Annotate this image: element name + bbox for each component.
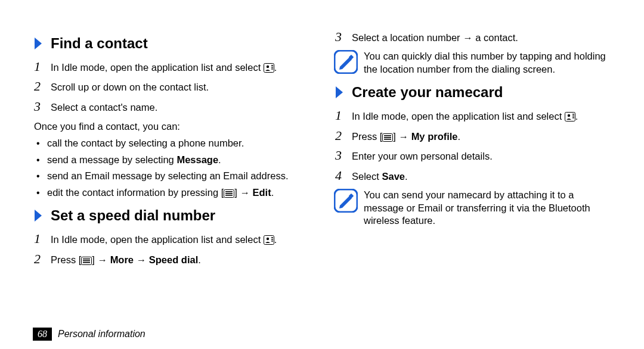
step-number: 1	[34, 232, 51, 245]
step-2r: 2 Press [] → My profile.	[334, 129, 611, 143]
bold-text: Save	[382, 171, 405, 182]
heading-text: Create your namecard	[352, 84, 503, 101]
bullet: • call the contact by selecting a phone …	[33, 137, 310, 149]
step-3rr: 3 Enter your own personal details.	[334, 149, 611, 163]
svg-rect-26	[384, 135, 391, 136]
bullet: • send a message by selecting Message.	[33, 154, 310, 166]
text-run: send a message by selecting	[47, 154, 177, 165]
text-run: .	[198, 254, 201, 265]
text-run: Select	[352, 171, 382, 182]
step-number: 4	[335, 169, 352, 182]
svg-rect-12	[271, 239, 273, 240]
chevron-icon	[334, 85, 347, 99]
paragraph: Once you find a contact, you can:	[34, 121, 310, 132]
bold-text: Message	[177, 154, 218, 165]
contacts-icon	[565, 112, 575, 121]
page-footer: 68 Personal information	[33, 328, 145, 341]
heading-speed-dial: Set a speed dial number	[33, 207, 310, 224]
text-run: In Idle mode, open the application list …	[51, 62, 264, 73]
svg-rect-16	[83, 260, 90, 261]
step-text: Select a location number → a contact.	[352, 32, 518, 44]
text-run: In Idle mode, open the application list …	[352, 111, 565, 121]
svg-rect-15	[83, 258, 90, 260]
page-body: Find a contact 1 In Idle mode, open the …	[0, 0, 644, 272]
text-run: .	[218, 154, 221, 165]
heading-text: Set a speed dial number	[51, 207, 215, 224]
step-4r: 4 Select Save.	[334, 169, 611, 183]
menu-icon	[81, 255, 92, 265]
step-text: Press [] → More → Speed dial.	[51, 254, 201, 266]
note-icon	[334, 189, 358, 213]
menu-icon	[224, 188, 234, 198]
svg-rect-11	[271, 237, 273, 238]
bullet-text: edit the contact information by pressing…	[47, 186, 274, 199]
heading-text: Find a contact	[51, 35, 148, 52]
heading-namecard: Create your namecard	[334, 84, 611, 101]
text-run: Press [	[51, 254, 81, 265]
bullet-text: send an Email message by selecting an Em…	[47, 170, 288, 182]
svg-rect-17	[83, 262, 90, 263]
svg-rect-3	[271, 67, 273, 68]
svg-rect-20	[565, 113, 575, 121]
step-number: 3	[335, 149, 352, 162]
note-box: You can quickly dial this number by tapp…	[334, 50, 611, 76]
step-number: 3	[34, 100, 51, 113]
bullet-dot: •	[36, 155, 47, 166]
step-text: In Idle mode, open the application list …	[352, 110, 578, 123]
svg-point-10	[267, 238, 269, 240]
step-1r: 1 In Idle mode, open the application lis…	[334, 109, 611, 123]
text-run: edit the contact information by pressing…	[47, 187, 224, 198]
menu-icon	[382, 132, 393, 142]
step-text: In Idle mode, open the application list …	[51, 61, 277, 74]
step-3: 3 Select a contact's name.	[33, 100, 310, 114]
svg-rect-4	[271, 68, 273, 70]
step-text: Select Save.	[352, 170, 408, 183]
right-column: 3 Select a location number → a contact. …	[334, 27, 611, 272]
text-run: ] →	[234, 187, 252, 198]
page-number: 68	[33, 328, 52, 341]
step-number: 2	[34, 80, 51, 93]
bold-text: Speed dial	[149, 254, 199, 265]
step-text: Press [] → My profile.	[352, 130, 460, 143]
svg-rect-23	[572, 116, 574, 117]
step-text: Enter your own personal details.	[352, 150, 493, 163]
svg-rect-28	[384, 139, 391, 140]
text-run: →	[134, 254, 149, 265]
step-3r: 3 Select a location number → a contact.	[334, 30, 611, 44]
step-2b: 2 Press [] → More → Speed dial.	[33, 253, 310, 266]
svg-rect-8	[225, 195, 233, 196]
bold-text: My profile	[411, 131, 458, 142]
svg-rect-7	[225, 193, 233, 194]
step-number: 3	[335, 30, 352, 43]
svg-rect-13	[271, 241, 273, 242]
text-run: Press [	[352, 131, 382, 142]
svg-rect-6	[225, 191, 233, 192]
bullet-dot: •	[36, 171, 47, 182]
note-box: You can send your namecard by attaching …	[334, 189, 611, 227]
heading-find-contact: Find a contact	[33, 35, 310, 52]
text-run: .	[405, 171, 408, 182]
chevron-icon	[33, 36, 46, 51]
svg-rect-24	[572, 117, 574, 119]
step-text: Scroll up or down on the contact list.	[51, 81, 209, 94]
contacts-icon	[264, 63, 274, 73]
bullet-text: call the contact by selecting a phone nu…	[47, 137, 244, 149]
step-number: 1	[34, 60, 51, 73]
bullet-text: send a message by selecting Message.	[47, 154, 221, 166]
step-number: 1	[335, 109, 352, 122]
section-title: Personal information	[58, 329, 145, 339]
bold-text: More	[110, 254, 134, 265]
left-column: Find a contact 1 In Idle mode, open the …	[33, 27, 310, 272]
text-run: .	[458, 131, 461, 142]
note-icon	[334, 50, 358, 74]
svg-point-21	[568, 114, 570, 117]
text-run: ] →	[393, 131, 411, 142]
text-run: ] →	[92, 254, 110, 265]
step-number: 2	[34, 253, 51, 266]
svg-rect-0	[264, 64, 274, 73]
svg-rect-9	[264, 236, 274, 245]
text-run: In Idle mode, open the application list …	[51, 234, 264, 245]
step-text: In Idle mode, open the application list …	[51, 233, 277, 246]
step-1: 1 In Idle mode, open the application lis…	[33, 60, 310, 74]
bullet: • send an Email message by selecting an …	[33, 170, 310, 182]
